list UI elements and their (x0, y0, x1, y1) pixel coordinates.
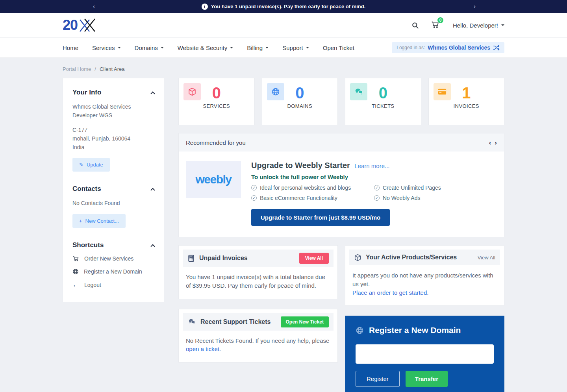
stat-card-invoices[interactable]: 1 INVOICES (428, 78, 505, 125)
recommended-title: Recommended for you (186, 139, 246, 146)
register-domain-panel: Register a New Domain Register Transfer (345, 316, 504, 392)
product-title: Upgrade to Weebly Starter (251, 161, 350, 170)
nav-item-services[interactable]: Services (92, 44, 121, 51)
chevron-down-icon (265, 47, 269, 48)
feature-item: ✓ Ideal for personal websites and blogs (251, 185, 374, 191)
recommended-header: Recommended for you ‹ › (179, 133, 504, 152)
logged-in-as[interactable]: Logged in as: Whmcs Global Services (392, 42, 504, 53)
logo[interactable]: 20 (63, 17, 96, 33)
support-tickets-header: Recent Support Tickets Open New Ticket (183, 313, 334, 331)
shortcut-order-new-services[interactable]: Order New Services (72, 255, 154, 262)
nav-item-home[interactable]: Home (63, 44, 78, 51)
learn-more-link[interactable]: Learn more... (354, 163, 389, 169)
account-menu[interactable]: Hello, Developer! (453, 22, 504, 29)
nav-item-website-security[interactable]: Website & Security (178, 44, 233, 51)
domains-label: DOMAINS (262, 103, 338, 109)
chevron-down-icon (161, 47, 164, 48)
logo-x-mark (78, 17, 96, 33)
chat-bubbles-icon (187, 318, 196, 325)
stat-card-services[interactable]: 0 SERVICES (178, 78, 255, 125)
active-products-panel: Your Active Products/Services View All I… (345, 245, 504, 306)
unpaid-invoices-panel: Unpaid Invoices View All You have 1 unpa… (178, 245, 338, 299)
pencil-icon: ✎ (79, 162, 83, 168)
carousel-next-icon[interactable]: › (495, 139, 497, 146)
view-all-invoices-button[interactable]: View All (299, 253, 329, 264)
carousel-prev-icon[interactable]: ‹ (489, 139, 491, 146)
logo-text: 20 (63, 17, 78, 33)
nav-item-support[interactable]: Support (282, 44, 309, 51)
site-header: 20 0 Hello, Developer! (0, 13, 567, 37)
transfer-button[interactable]: Transfer (406, 371, 448, 387)
feature-item: ✓ No Weebly Ads (374, 195, 497, 201)
stat-card-domains[interactable]: 0 DOMAINS (262, 78, 338, 125)
recommended-panel: Recommended for you ‹ › weebly Upgrade t… (178, 133, 504, 237)
breadcrumb-current: Client Area (100, 66, 125, 72)
chevron-up-icon (150, 244, 155, 248)
check-circle-icon: ✓ (374, 195, 380, 201)
chat-bubbles-icon (354, 87, 363, 96)
register-button[interactable]: Register (356, 371, 400, 387)
header-actions: 0 Hello, Developer! (411, 20, 504, 30)
open-ticket-link[interactable]: open a ticket (186, 346, 219, 352)
switch-account-icon (493, 45, 500, 50)
nav-item-open-ticket[interactable]: Open Ticket (323, 44, 354, 51)
nav-item-billing[interactable]: Billing (247, 44, 269, 51)
notice-next-icon[interactable]: › (474, 3, 476, 9)
check-circle-icon: ✓ (251, 185, 257, 190)
notice-prev-icon[interactable]: ‹ (93, 3, 95, 9)
register-domain-title: Register a New Domain (369, 325, 461, 335)
your-info-header[interactable]: Your Info (72, 89, 154, 96)
recommended-body: weebly Upgrade to Weebly Starter Learn m… (179, 152, 504, 237)
services-label: SERVICES (179, 103, 254, 109)
search-icon[interactable] (411, 22, 419, 29)
notice-bar: ‹ i You have 1 unpaid invoice(s). Pay th… (0, 0, 567, 13)
check-circle-icon: ✓ (374, 185, 380, 190)
domain-search-input[interactable] (356, 344, 494, 364)
client-name: Whmcs Global Services (72, 103, 154, 111)
feature-item: ✓ Create Unlimited Pages (374, 185, 497, 191)
view-all-products-link[interactable]: View All (478, 255, 495, 261)
unpaid-invoices-title: Unpaid Invoices (199, 255, 299, 262)
chevron-up-icon (150, 188, 155, 192)
chevron-down-icon (501, 24, 504, 26)
main-content: 0 SERVICES 0 DOMAINS (178, 78, 504, 392)
greeting-text: Hello, Developer! (453, 22, 498, 29)
active-products-header: Your Active Products/Services View All (349, 250, 500, 265)
cart-count-badge: 0 (437, 17, 443, 23)
stat-card-tickets[interactable]: 0 TICKETS (345, 78, 421, 125)
shortcuts-header[interactable]: Shortcuts (72, 241, 154, 249)
unpaid-invoices-header: Unpaid Invoices View All (183, 250, 334, 267)
notice: i You have 1 unpaid invoice(s). Pay them… (202, 4, 366, 10)
shortcut-register-domain[interactable]: Register a New Domain (72, 268, 154, 275)
update-info-button[interactable]: ✎ Update (72, 158, 110, 172)
your-info-panel: Your Info Whmcs Global Services Develope… (72, 89, 154, 172)
register-domain-header: Register a New Domain (356, 325, 494, 335)
nav-item-domains[interactable]: Domains (135, 44, 164, 51)
open-new-ticket-button[interactable]: Open New Ticket (281, 316, 329, 327)
chevron-down-icon (306, 47, 309, 48)
credit-card-icon (438, 88, 447, 95)
box-icon (188, 87, 196, 96)
shortcuts-title: Shortcuts (72, 241, 104, 249)
upgrade-cta-button[interactable]: Upgrade to Starter from just $8.99 USD/m… (251, 209, 390, 226)
place-order-link[interactable]: Place an order to get started. (352, 289, 428, 296)
your-info-title: Your Info (72, 89, 101, 96)
logged-in-label: Logged in as: (397, 45, 425, 50)
nav-items: Home Services Domains Website & Security… (63, 44, 354, 51)
new-contact-button[interactable]: + New Contact... (72, 214, 126, 228)
contacts-header[interactable]: Contacts (72, 185, 154, 193)
cart-icon (72, 255, 79, 262)
breadcrumb-portal-home[interactable]: Portal Home (63, 66, 91, 72)
stats-row: 0 SERVICES 0 DOMAINS (178, 78, 504, 125)
cart-icon[interactable]: 0 (431, 20, 439, 30)
box-icon (354, 254, 361, 261)
globe-icon (271, 87, 280, 96)
shortcuts-panel: Shortcuts Order New Services Register a … (72, 241, 154, 288)
client-country: India (72, 143, 154, 152)
shortcut-logout[interactable]: ← Logout (72, 281, 154, 288)
globe-icon (356, 326, 364, 335)
contacts-title: Contacts (72, 185, 101, 193)
arrow-left-icon: ← (72, 281, 79, 288)
main-nav: Home Services Domains Website & Security… (0, 37, 567, 58)
active-products-body: It appears you do not have any products/… (349, 265, 500, 299)
